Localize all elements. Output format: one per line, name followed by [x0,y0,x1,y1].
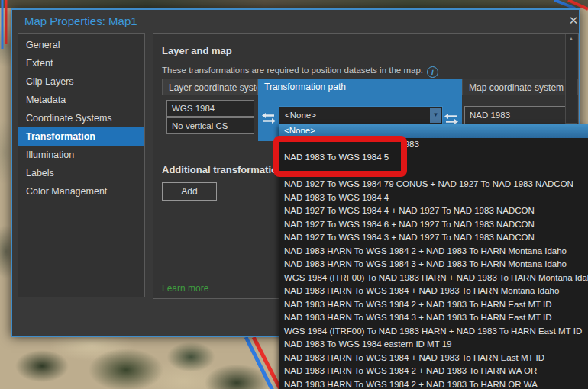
dropdown-item[interactable]: NAD 1927 To WGS 1984 6 + NAD 1927 To NAD… [279,218,588,232]
red-highlight-annotation: NAD 1983 To WGS 1984 5 [273,136,407,177]
annotated-item-label: NAD 1983 To WGS 1984 5 [284,151,389,165]
combobox-value: <None> [285,111,316,120]
transformation-path-combobox[interactable]: <None> ▼ [279,106,443,124]
dropdown-item[interactable]: NAD 1983 HARN To WGS 1984 2 + NAD 1983 T… [279,298,588,312]
section-description: These transformations are required to po… [162,66,438,78]
section-heading: Layer and map [162,45,232,56]
dropdown-item[interactable]: NAD 1983 HARN To WGS 1984 + NAD 1983 To … [279,352,588,365]
dropdown-item[interactable]: NAD 1983 To WGS 1984 eastern ID MT 19 [279,338,588,352]
map-imagery-top-strip [0,0,588,8]
sidebar-item-extent[interactable]: Extent [18,54,144,72]
dropdown-item[interactable]: NAD 1927 To WGS 1984 4 + NAD 1927 To NAD… [279,204,588,218]
dropdown-item[interactable]: NAD 1983 To WGS 1984 4 [279,191,588,205]
add-button[interactable]: Add [162,182,217,201]
dropdown-item[interactable]: NAD 1983 HARN To WGS 1984 3 + NAD 1983 T… [279,311,588,325]
dropdown-item[interactable]: WGS 1984 (ITRF00) To NAD 1983 HARN + NAD… [279,325,588,339]
column-header-transformation-path: Transformation path [258,79,462,95]
sidebar-item-transformation[interactable]: Transformation [18,127,144,146]
swap-arrows-icon[interactable] [444,114,458,124]
info-icon[interactable]: i [427,66,438,78]
sidebar-item-general[interactable]: General [18,36,144,54]
screenshot-root: { "window": { "title": "Map Properties: … [0,0,588,389]
vertical-scrollbar[interactable]: ▲ [565,34,577,124]
dropdown-item[interactable]: NAD 1983 HARN To WGS 1984 2 + NAD 1983 T… [279,245,588,259]
dropdown-item[interactable]: NAD 1983 HARN To WGS 1984 2 + NAD 1983 T… [279,378,588,389]
dialog-title: Map Properties: Map1 [24,14,137,27]
sidebar-item-clip-layers[interactable]: Clip Layers [18,72,144,91]
additional-transformations-heading: Additional transformations [162,164,289,175]
description-text: These transformations are required to po… [162,66,423,75]
dropdown-item[interactable]: NAD 1927 To WGS 1984 3 + NAD 1927 To NAD… [279,231,588,245]
close-icon[interactable]: ✕ [564,11,583,30]
sidebar-item-labels[interactable]: Labels [18,164,144,182]
column-header-layer-cs: Layer coordinate system [162,79,258,95]
swap-arrows-icon[interactable] [262,113,276,124]
dropdown-item[interactable]: NAD 1983 HARN To WGS 1984 2 + NAD 1983 T… [279,365,588,378]
sidebar-item-metadata[interactable]: Metadata [18,91,144,109]
layer-vertical-cs-value: No vertical CS [166,117,254,134]
dropdown-item[interactable]: WGS 1984 (ITRF00) To NAD 1983 HARN + NAD… [279,272,588,285]
map-coordinate-system-value: NAD 1983 [464,106,577,124]
sidebar-item-coordinate-systems[interactable]: Coordinate Systems [18,109,144,127]
dropdown-item[interactable]: NAD 1927 To WGS 1984 79 CONUS + NAD 1927… [279,178,588,191]
dropdown-item[interactable]: NAD 1983 HARN To WGS 1984 + NAD 1983 To … [279,285,588,298]
scroll-up-icon[interactable]: ▲ [566,34,577,43]
dropdown-item[interactable]: NAD 1983 HARN To WGS 1984 3 + NAD 1983 T… [279,258,588,272]
layer-coordinate-system-value: WGS 1984 [166,100,254,117]
sidebar-item-illumination[interactable]: Illumination [18,146,144,164]
learn-more-link[interactable]: Learn more [162,283,208,294]
properties-sidebar: General Extent Clip Layers Metadata Coor… [18,33,145,297]
column-header-map-cs: Map coordinate system [462,79,578,95]
sidebar-item-color-management[interactable]: Color Management [18,182,144,201]
chevron-down-icon[interactable]: ▼ [430,108,441,123]
